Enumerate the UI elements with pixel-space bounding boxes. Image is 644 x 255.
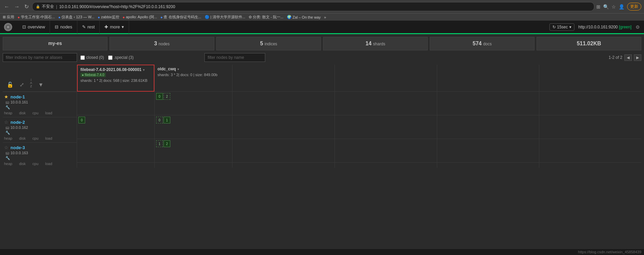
more-icon: ✚ (104, 24, 108, 29)
browser-actions: ⊞ 🔍 ☆ 👤 更新 (596, 3, 641, 10)
node-2-ip-row: 🖴 10.0.0.162 (4, 125, 75, 130)
node-3-tools-row: 🔧 (4, 155, 75, 160)
nodes-filter-input[interactable] (204, 53, 265, 62)
size-box: 511.02KB (537, 37, 641, 50)
expand-button[interactable]: ⤢ (17, 80, 27, 89)
node-3-stats: heap disk cpu load (4, 160, 75, 166)
left-panel: 🔓 ⤢ ↓ AZ ▼ ★ node-1 🖴 10.0.0. (3, 65, 77, 168)
node-1-tools-icon: 🔧 (4, 104, 75, 110)
node-1-heap: heap (4, 111, 12, 115)
bookmark-3[interactable]: ● zabbix监控 (98, 15, 119, 20)
refresh-button[interactable]: ↻ 15sec ▾ (549, 23, 574, 31)
bookmark-2[interactable]: ● 仪表盘 ‹ 123 — W... (58, 15, 95, 20)
empty-col-3 (232, 65, 335, 168)
bookmark-icon[interactable]: ☆ (612, 4, 616, 9)
node-1-header: ★ node-1 (4, 94, 75, 99)
browser-toolbar: ← → ↻ 🔒 不安全 | 10.0.0.161:9000/#/overview… (0, 0, 644, 13)
node-1-config-icon: 🔧 (5, 105, 10, 109)
cluster-name-box: my-es (3, 37, 107, 50)
shards-count-box: 14 shards (323, 37, 428, 50)
shard-cell: 0 (78, 117, 85, 123)
index-2-node-3-shards: 1 2 (155, 139, 232, 163)
docs-count-value: 574 docs (436, 41, 529, 47)
index-1-tag: ● filebeat-7.4.0 (80, 72, 151, 77)
filter-row: closed (0) .special (3) 1-2 of 2 ◀ ▶ (3, 53, 641, 62)
nav-overview[interactable]: ⊡ overview (18, 20, 50, 34)
security-icon: 🔒 (36, 5, 40, 8)
index-1-dropdown-icon: ▾ (143, 68, 145, 72)
bookmark-7[interactable]: ✿ 分类: 散文 - 阮一... (249, 15, 283, 20)
shard-1-solid: 1 (164, 117, 170, 123)
prev-page-button[interactable]: ◀ (624, 54, 632, 61)
index-1-name: filebeat-7.4.0-2021.06.08-000001 (80, 67, 142, 72)
bookmarks-bar: ⊞ 应用 ● 学生工作室-中国石... ● 仪表盘 ‹ 123 — W... ●… (0, 13, 644, 21)
special-checkbox-label[interactable]: .special (3) (108, 55, 134, 60)
node-3-ip: 10.0.0.163 (10, 151, 28, 155)
node-2-heap: heap (4, 136, 12, 140)
bookmark-6[interactable]: 🔵 | 清华大学开源软件... (205, 15, 245, 20)
shard-0-light: 0 (156, 117, 163, 123)
index-2-header[interactable]: oldc_cwq ▾ shards: 3 * 2| docs: 0 | size… (155, 65, 232, 92)
closed-checkbox[interactable] (80, 55, 85, 60)
sort-az-button[interactable]: ↓ AZ (27, 76, 35, 89)
update-button[interactable]: 更新 (627, 3, 641, 10)
node-row-3: ☆ node-3 🖴 10.0.0.163 🔧 heap disk cpu lo… (3, 142, 77, 168)
bookmark-1[interactable]: ● 学生工作室-中国石... (18, 15, 55, 20)
node-1-disk: disk (19, 111, 26, 115)
node-2-ip: 10.0.0.162 (10, 125, 28, 130)
lock-toggle-button[interactable]: 🔓 (4, 80, 16, 89)
bookmark-apps[interactable]: ⊞ 应用 (3, 15, 14, 20)
empty-col-4 (335, 65, 437, 168)
bookmark-3-icon: ● (98, 15, 100, 19)
bookmark-5[interactable]: ● 查 在线身份证号码生... (160, 15, 201, 20)
dropdown-button[interactable]: ▼ (35, 80, 46, 89)
cluster-name-value: my-es (8, 41, 102, 46)
node-1-name: node-1 (10, 94, 25, 99)
extensions-icon[interactable]: ⊞ (596, 4, 600, 9)
index-1-title-row: filebeat-7.4.0-2021.06.08-000001 ▾ (80, 67, 151, 72)
node-3-ip-row: 🖴 10.0.0.163 (4, 151, 75, 155)
node-3-header: ☆ node-3 (4, 145, 75, 150)
node-3-name: node-3 (10, 145, 25, 150)
settings-icon[interactable]: ⚙ (636, 24, 640, 30)
back-button[interactable]: ← (3, 3, 11, 10)
next-page-button[interactable]: ▶ (634, 54, 641, 61)
reload-button[interactable]: ↻ (23, 3, 30, 10)
indices-count-box: 5 indices (216, 37, 321, 50)
index-2-node-1-shards: 0 2 (155, 92, 232, 115)
address-bar[interactable]: 🔒 不安全 | 10.0.0.161:9000/#/overview?host=… (32, 2, 594, 11)
header-right: ↻ 15sec ▾ http://10.0.0.161:9200 [green]… (549, 23, 640, 31)
control-icons-row: 🔓 ⤢ ↓ AZ ▼ (3, 65, 77, 92)
node-1-disk-icon: 🖴 (5, 100, 9, 104)
nav-nodes[interactable]: ⊟ nodes (50, 20, 77, 34)
indices-filter-input[interactable] (3, 53, 77, 62)
nav-rest[interactable]: ✎ rest (77, 20, 100, 34)
nav-more[interactable]: ✚ more ▾ (100, 20, 129, 34)
closed-checkbox-label[interactable]: closed (0) (80, 55, 104, 60)
checkbox-group: closed (0) .special (3) (80, 55, 133, 60)
node-2-header: ☆ node-2 (4, 119, 75, 125)
index-col-2: oldc_cwq ▾ shards: 3 * 2| docs: 0 | size… (155, 65, 232, 168)
search-icon[interactable]: 🔍 (603, 4, 609, 9)
node-3-disk: disk (19, 162, 26, 166)
bookmark-more[interactable]: » (324, 15, 326, 19)
index-1-header[interactable]: filebeat-7.4.0-2021.06.08-000001 ▾ ● fil… (77, 65, 154, 92)
node-3-star: ☆ (4, 145, 8, 150)
size-value: 511.02KB (542, 41, 636, 47)
index-1-node-2-shards: 0 (77, 115, 154, 139)
node-3-config-icon: 🔧 (5, 156, 10, 160)
index-2-node-2-shards: 0 1 (155, 115, 232, 139)
bookmark-8[interactable]: 🌍 Zal – On the way (287, 15, 321, 19)
overview-icon: ⊡ (22, 24, 26, 29)
index-1-node-1-shards (77, 92, 154, 115)
bookmark-4[interactable]: ● apollo: Apollo (阿... (123, 15, 157, 20)
empty-col-6 (539, 65, 641, 168)
node-row-2: ☆ node-2 🖴 10.0.0.162 🔧 heap disk cpu lo… (3, 117, 77, 142)
node-2-name: node-2 (10, 120, 25, 125)
refresh-icon: ↻ (552, 25, 556, 29)
special-checkbox[interactable] (108, 55, 113, 60)
profile-icon[interactable]: 👤 (619, 4, 624, 9)
forward-button[interactable]: → (13, 3, 21, 10)
index-2-meta: shards: 3 * 2| docs: 0 | size: 849.00b (157, 73, 229, 77)
nodes-icon: ⊟ (55, 24, 58, 29)
